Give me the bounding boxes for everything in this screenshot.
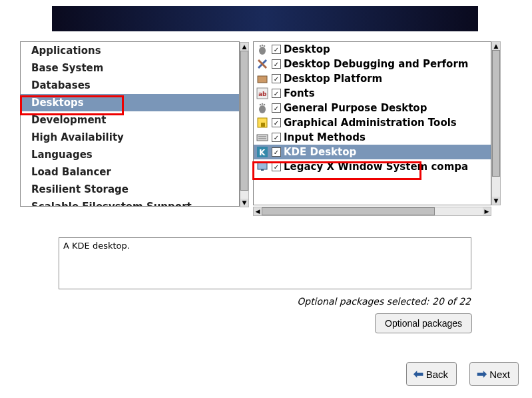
keyboard-icon (256, 131, 269, 144)
scroll-up-icon[interactable]: ▲ (492, 42, 500, 50)
scroll-down-icon[interactable]: ▼ (240, 199, 248, 207)
foot-icon (256, 43, 269, 56)
svg-rect-15 (257, 135, 268, 141)
package-label: Graphical Administration Tools (284, 117, 457, 129)
svg-point-1 (260, 45, 262, 47)
package-item[interactable]: ✓Desktop (254, 42, 491, 57)
back-label: Back (426, 369, 448, 380)
checkbox[interactable]: ✓ (272, 133, 281, 142)
package-vscroll[interactable]: ▲ ▼ (491, 41, 501, 205)
category-scrollbar[interactable]: ▲ ▼ (240, 42, 249, 207)
svg-rect-6 (258, 76, 267, 83)
scroll-up-icon[interactable]: ▲ (240, 43, 248, 51)
checkbox[interactable]: ✓ (272, 74, 281, 83)
svg-point-10 (260, 104, 262, 106)
next-label: Next (489, 369, 510, 380)
svg-point-12 (264, 104, 266, 106)
checkbox[interactable]: ✓ (272, 89, 281, 98)
package-label: Legacy X Window System compa (284, 161, 468, 173)
banner-header (52, 6, 478, 31)
checkbox[interactable]: ✓ (272, 162, 281, 171)
arrow-left-icon: ⬅ (413, 367, 423, 381)
scroll-thumb[interactable] (492, 50, 500, 177)
package-item[interactable]: ✓Input Methods (254, 130, 491, 145)
svg-point-2 (262, 45, 264, 47)
back-button[interactable]: ⬅ Back (406, 362, 457, 386)
category-item[interactable]: Applications (21, 42, 239, 59)
category-item[interactable]: High Availability (21, 129, 239, 146)
category-item[interactable]: Development (21, 111, 239, 129)
package-item[interactable]: ✓General Purpose Desktop (254, 101, 491, 115)
category-item[interactable]: Base System (21, 59, 239, 77)
svg-rect-20 (258, 163, 267, 169)
scroll-thumb[interactable] (262, 207, 435, 215)
box-icon (256, 72, 269, 85)
tools-icon (256, 57, 269, 71)
svg-point-11 (262, 103, 264, 105)
svg-rect-14 (261, 123, 265, 127)
category-item[interactable]: Databases (21, 77, 239, 94)
lock-icon (256, 116, 269, 129)
category-item[interactable]: Resilient Storage (21, 181, 239, 198)
svg-point-9 (259, 105, 266, 113)
optional-packages-button[interactable]: Optional packages (375, 313, 472, 333)
package-item[interactable]: ab✓Fonts (254, 86, 491, 101)
package-item[interactable]: ✓Desktop Platform (254, 71, 491, 86)
checkbox[interactable]: ✓ (272, 59, 281, 69)
scroll-thumb[interactable] (240, 51, 248, 191)
category-item[interactable]: Scalable Filesystem Support (21, 198, 239, 206)
package-list[interactable]: ✓Desktop✓Desktop Debugging and Perform✓D… (254, 42, 491, 205)
next-button[interactable]: ➡ Next (469, 362, 519, 386)
status-text: Optional packages selected: 20 of 22 (297, 296, 471, 307)
font-icon: ab (256, 87, 269, 100)
svg-point-3 (264, 45, 266, 47)
package-panel: ✓Desktop✓Desktop Debugging and Perform✓D… (253, 41, 491, 205)
category-item[interactable]: Load Balancer (21, 163, 239, 181)
checkbox[interactable]: ✓ (272, 45, 281, 54)
scroll-left-icon[interactable]: ◀ (254, 207, 262, 215)
package-label: Desktop (284, 43, 330, 55)
category-list[interactable]: ApplicationsBase SystemDatabasesDesktops… (21, 42, 239, 206)
package-item[interactable]: K✓KDE Desktop (254, 145, 491, 159)
category-panel: ApplicationsBase SystemDatabasesDesktops… (20, 41, 240, 207)
checkbox[interactable]: ✓ (272, 118, 281, 127)
kde-icon: K (256, 145, 269, 159)
monitor-icon (256, 160, 269, 173)
package-label: KDE Desktop (284, 146, 356, 158)
package-label: Desktop Platform (284, 73, 382, 85)
package-item[interactable]: ✓Graphical Administration Tools (254, 115, 491, 130)
package-label: Input Methods (284, 131, 366, 143)
checkbox[interactable]: ✓ (272, 147, 281, 157)
svg-rect-21 (261, 169, 264, 171)
scroll-down-icon[interactable]: ▼ (492, 197, 500, 205)
package-label: Fonts (284, 87, 315, 99)
checkbox[interactable]: ✓ (272, 103, 281, 113)
svg-text:ab: ab (258, 91, 267, 97)
package-label: Desktop Debugging and Perform (284, 58, 468, 70)
svg-text:K: K (259, 148, 266, 157)
description-box: A KDE desktop. (59, 237, 471, 289)
category-item[interactable]: Languages (21, 146, 239, 163)
package-hscroll[interactable]: ◀ ▶ (253, 207, 491, 216)
category-item[interactable]: Desktops (21, 94, 239, 111)
scroll-right-icon[interactable]: ▶ (483, 207, 491, 215)
foot-icon (256, 101, 269, 115)
package-item[interactable]: ✓Legacy X Window System compa (254, 159, 491, 174)
arrow-right-icon: ➡ (477, 367, 487, 381)
package-label: General Purpose Desktop (284, 102, 427, 114)
package-item[interactable]: ✓Desktop Debugging and Perform (254, 57, 491, 71)
svg-point-0 (259, 47, 266, 55)
